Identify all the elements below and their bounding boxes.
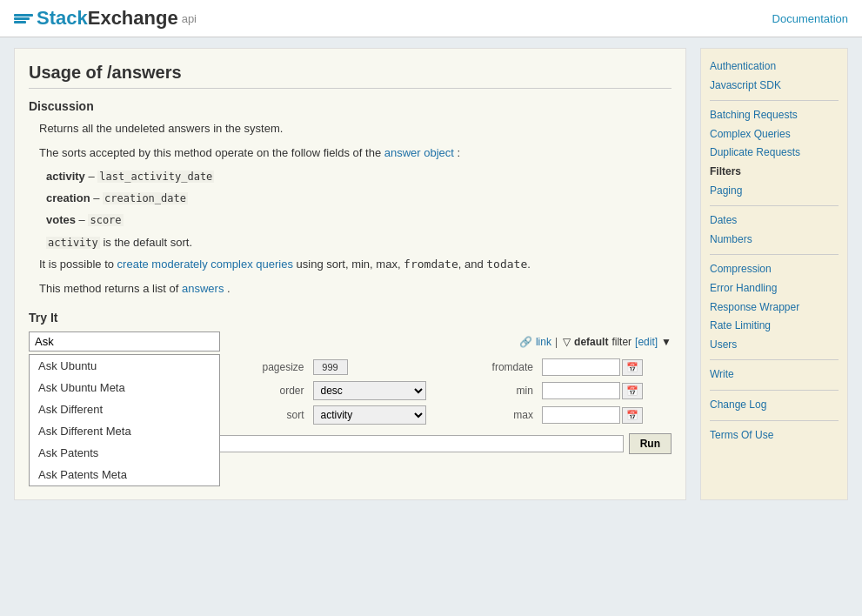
fromdate-input[interactable] [542,358,620,376]
discussion-block: Returns all the undeleted answers in the… [29,120,672,297]
documentation-link[interactable]: Documentation [772,12,848,25]
autocomplete-item[interactable]: Ask Ubuntu Meta [30,377,219,398]
pagesize-input-group: 999 [313,359,455,375]
sidebar-divider-6 [710,420,839,421]
discussion-p2: The sorts accepted by this method operat… [39,144,672,162]
complex-queries-link[interactable]: create moderately complex queries [117,258,293,271]
min-input-group: 📅 [542,382,672,399]
link-link[interactable]: link [536,336,551,348]
page-title: Usage of /answers [29,63,672,89]
sort-select-group: activity creation votes [313,405,455,425]
sidebar-item-javascript-sdk[interactable]: Javascript SDK [710,77,839,96]
sort-field-creation: creation – creation_date [46,190,672,208]
main-content: Usage of /answers Discussion Returns all… [14,48,686,500]
min-calendar-btn[interactable]: 📅 [622,383,643,399]
filter-icon: ▽ [563,336,571,348]
site-input[interactable] [29,331,220,352]
sidebar-item-dates[interactable]: Dates [710,211,839,231]
run-button[interactable]: Run [629,433,672,454]
link-icon: 🔗 [519,336,532,348]
logo-api-text: api [182,12,197,25]
max-calendar-btn[interactable]: 📅 [622,407,643,424]
sidebar-item-compression[interactable]: Compression [710,260,839,279]
sidebar-item-numbers[interactable]: Numbers [710,231,839,250]
sidebar-item-error-handling[interactable]: Error Handling [710,279,839,298]
sidebar-divider-5 [710,390,839,391]
filter-area: ▽ default filter [edit] ▼ [563,336,672,348]
autocomplete-item[interactable]: Ask Different Meta [30,420,219,442]
pagesize-label: pagesize [233,361,304,373]
sidebar-item-filters[interactable]: Filters [710,163,839,182]
try-it-bar: Ask Ubuntu Ask Ubuntu Meta Ask Different… [29,331,672,352]
method-returns-p: This method returns a list of answers . [39,280,672,298]
order-label: order [233,385,304,397]
autocomplete-item[interactable]: Ask Patents Meta [30,464,219,485]
filter-edit-link[interactable]: [edit] [635,336,658,348]
max-input[interactable] [542,406,620,424]
sidebar-item-response-wrapper[interactable]: Response Wrapper [710,298,839,318]
sidebar-item-batching-requests[interactable]: Batching Requests [710,106,839,125]
fromdate-label: fromdate [464,361,533,373]
autocomplete-item[interactable]: Ask Different [30,398,219,420]
sidebar-item-rate-limiting[interactable]: Rate Limiting [710,317,839,336]
sidebar-item-complex-queries[interactable]: Complex Queries [710,125,839,144]
try-it-title: Try It [29,311,672,325]
sort-field-votes: votes – score [46,211,672,230]
layout: Usage of /answers Discussion Returns all… [0,37,862,511]
sort-field-activity: activity – last_activity_date [46,168,672,186]
autocomplete-dropdown: Ask Ubuntu Ask Ubuntu Meta Ask Different… [29,354,220,486]
max-input-group: 📅 [542,406,672,424]
try-it-section: Try It Ask Ubuntu Ask Ubuntu Meta Ask Di… [29,311,672,454]
sidebar-item-terms-of-use[interactable]: Terms Of Use [710,426,839,445]
order-select[interactable]: desc asc [313,381,426,400]
sort-fields: activity – last_activity_date creation –… [39,168,672,229]
discussion-heading: Discussion [29,99,672,113]
sidebar-divider [710,100,839,101]
logo-brand: StackExchange [37,7,178,29]
min-label: min [464,385,533,397]
sidebar-item-change-log[interactable]: Change Log [710,396,839,415]
answers-link[interactable]: answers [182,282,224,295]
pagesize-display: 999 [313,359,348,375]
link-area: 🔗 link | [519,336,558,348]
logo: StackExchange api [14,7,197,30]
autocomplete-item[interactable]: Ask Patents [30,442,219,464]
order-select-group: desc asc [313,381,455,400]
sidebar-item-duplicate-requests[interactable]: Duplicate Requests [710,144,839,163]
sidebar-item-paging[interactable]: Paging [710,182,839,201]
logo-text: StackExchange [37,7,178,30]
sidebar: Authentication Javascript SDK Batching R… [700,48,848,500]
complex-queries-p: It is possible to create moderately comp… [39,256,672,273]
sidebar-divider-4 [710,359,839,360]
sidebar-item-write[interactable]: Write [710,365,839,385]
header: StackExchange api Documentation [0,0,862,37]
answer-object-link[interactable]: answer object [384,146,454,159]
sort-select[interactable]: activity creation votes [313,405,426,425]
fromdate-calendar-btn[interactable]: 📅 [622,359,643,376]
default-sort-line: activity is the default sort. [39,236,672,249]
sidebar-item-authentication[interactable]: Authentication [710,57,839,77]
discussion-p1: Returns all the undeleted answers in the… [39,120,672,137]
stack-icon [14,14,33,23]
min-input[interactable] [542,382,620,399]
sidebar-divider-3 [710,254,839,255]
site-input-container: Ask Ubuntu Ask Ubuntu Meta Ask Different… [29,331,220,352]
autocomplete-item[interactable]: Ask Ubuntu [30,355,219,377]
sort-label: sort [233,409,304,421]
max-label: max [464,409,533,421]
sidebar-item-users[interactable]: Users [710,336,839,355]
sidebar-section: Authentication Javascript SDK Batching R… [710,57,839,445]
fromdate-input-group: 📅 [542,358,672,376]
filter-name: default [574,336,608,348]
sidebar-divider-2 [710,205,839,206]
